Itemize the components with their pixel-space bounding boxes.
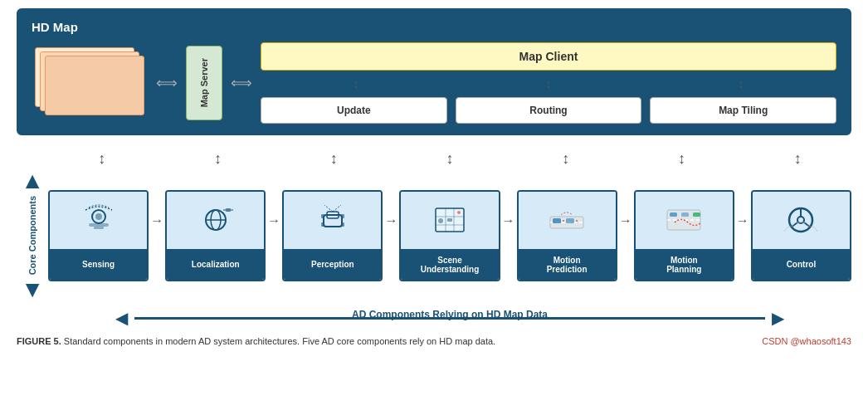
sensing-label: Sensing xyxy=(50,250,147,280)
arrow-to-tiling: ↕ xyxy=(649,77,833,90)
map-server-box: Map Server xyxy=(186,46,222,120)
arrow-to-update: ↕ xyxy=(264,77,448,90)
figure-credit: CSDN @whaosoft143 xyxy=(762,336,851,346)
card-localization: Localization xyxy=(165,190,266,281)
v-arrow-5: ↕ xyxy=(512,150,620,168)
svg-rect-7 xyxy=(226,208,231,212)
sub-item-update: Update xyxy=(261,97,447,124)
svg-point-23 xyxy=(457,211,461,214)
v-arrow-1: ↕ xyxy=(48,150,156,168)
card-control: Control xyxy=(751,190,851,281)
caption-left: FIGURE 5. Standard components in modern … xyxy=(17,336,495,346)
figure-label: FIGURE 5. xyxy=(17,336,61,346)
svg-rect-26 xyxy=(553,218,561,223)
figure-caption-text: Standard components in modern AD system … xyxy=(64,336,495,346)
sub-item-map-tiling: Map Tiling xyxy=(650,97,836,124)
card-sensing: Sensing xyxy=(48,190,149,281)
svg-rect-12 xyxy=(321,214,324,218)
hd-map-title: HD Map xyxy=(32,20,836,34)
card-perception: Perception xyxy=(282,190,383,281)
ad-bar-line: AD Components Relying on HD Map Data xyxy=(134,317,765,320)
svg-point-1 xyxy=(95,213,102,220)
svg-rect-15 xyxy=(341,222,344,227)
card-scene-understanding: Scene Understanding xyxy=(399,190,500,281)
core-row-wrapper: ▲ Core Components ▼ Sensing xyxy=(17,169,851,301)
core-arrow-up: ▲ xyxy=(21,169,44,193)
hd-map-layer-3 xyxy=(45,56,144,115)
hd-map-container: HD Map HD Map Layers ⟺ Map Server ⟺ Map … xyxy=(17,8,851,135)
ad-bar-arrow-left: ◀ xyxy=(115,308,128,328)
core-components-row: Sensing → Localization → xyxy=(48,169,851,301)
v-arrow-2: ↕ xyxy=(164,150,272,168)
svg-rect-3 xyxy=(94,227,104,229)
svg-rect-14 xyxy=(321,222,324,227)
arrow-1-2: → xyxy=(149,213,165,228)
core-label-side: ▲ Core Components ▼ xyxy=(17,169,48,301)
v-arrow-3: ↕ xyxy=(280,150,388,168)
arrow-4-5: → xyxy=(500,213,517,228)
card-motion-prediction: Motion Prediction xyxy=(517,190,617,281)
scene-understanding-icon xyxy=(401,192,498,250)
control-icon xyxy=(753,192,850,250)
control-label: Control xyxy=(753,250,850,280)
sensing-icon xyxy=(50,192,147,250)
motion-prediction-icon xyxy=(519,192,616,250)
ad-bar-label: AD Components Relying on HD Map Data xyxy=(352,309,548,320)
arrow-6-7: → xyxy=(734,213,751,228)
svg-rect-31 xyxy=(681,212,689,217)
core-side-label: Core Components xyxy=(27,196,37,275)
arrow-to-routing: ↕ xyxy=(456,77,641,90)
motion-prediction-label: Motion Prediction xyxy=(519,250,616,280)
map-client-box: Map Client xyxy=(261,42,836,71)
arrow-server-client: ⟺ xyxy=(231,74,252,92)
svg-rect-27 xyxy=(566,218,574,223)
svg-point-21 xyxy=(438,218,443,223)
hd-map-layers: HD Map Layers xyxy=(32,46,148,120)
svg-rect-13 xyxy=(341,214,344,218)
sub-item-routing: Routing xyxy=(456,97,642,124)
v-arrow-6: ↕ xyxy=(628,150,736,168)
vertical-arrows-inner: ↕ ↕ ↕ ↕ ↕ ↕ ↕ xyxy=(48,150,851,168)
arrow-3-4: → xyxy=(383,213,399,228)
core-arrow-down: ▼ xyxy=(21,278,44,301)
map-client-sub-items: Update Routing Map Tiling xyxy=(261,97,836,124)
localization-icon xyxy=(167,192,264,250)
motion-planning-icon xyxy=(636,192,733,250)
map-client-section: Map Client ↕ ↕ ↕ Update Routing Map Tili… xyxy=(261,42,836,124)
svg-rect-2 xyxy=(89,223,109,227)
ad-bar-row: ◀ AD Components Relying on HD Map Data ▶ xyxy=(48,308,851,328)
ad-bar-arrow-right: ▶ xyxy=(772,308,784,328)
hd-map-inner: HD Map Layers ⟺ Map Server ⟺ Map Client … xyxy=(32,42,836,124)
v-arrow-7: ↕ xyxy=(744,150,851,168)
svg-rect-22 xyxy=(447,218,452,222)
map-server-label: Map Server xyxy=(199,58,209,107)
perception-label: Perception xyxy=(284,250,381,280)
arrow-2-3: → xyxy=(266,213,282,228)
localization-label: Localization xyxy=(167,250,264,280)
svg-rect-30 xyxy=(670,212,677,217)
perception-icon xyxy=(284,192,381,250)
arrow-5-6: → xyxy=(617,213,634,228)
arrow-layers-server: ⟺ xyxy=(156,74,178,92)
v-arrow-4: ↕ xyxy=(396,150,504,168)
figure-caption: FIGURE 5. Standard components in modern … xyxy=(17,336,851,346)
vertical-arrows-row: ↕ ↕ ↕ ↕ ↕ ↕ ↕ xyxy=(17,150,851,168)
svg-rect-32 xyxy=(693,212,700,217)
scene-understanding-label: Scene Understanding xyxy=(401,250,498,280)
motion-planning-label: Motion Planning xyxy=(636,250,733,280)
card-motion-planning: Motion Planning xyxy=(634,190,734,281)
